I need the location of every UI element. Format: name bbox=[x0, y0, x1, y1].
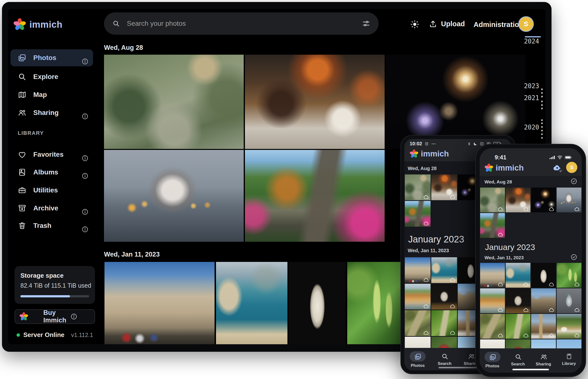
phone-home-indicator[interactable] bbox=[512, 369, 549, 370]
search-icon bbox=[515, 353, 522, 361]
user-avatar[interactable]: S bbox=[518, 16, 534, 32]
cloud-backup-icon bbox=[423, 195, 429, 199]
phone-nav-search[interactable]: Search bbox=[505, 352, 531, 367]
photo-zoo-monkeys[interactable] bbox=[405, 174, 430, 200]
sidebar-item-utilities[interactable]: Utilities bbox=[10, 183, 93, 197]
cloud-backup-icon bbox=[523, 282, 529, 286]
photos-icon bbox=[489, 353, 496, 361]
theme-toggle-sun-icon[interactable] bbox=[410, 20, 419, 29]
photo-marble-bust-2[interactable] bbox=[506, 288, 530, 313]
timeline-year-2023[interactable]: 2023 bbox=[520, 82, 539, 90]
info-icon[interactable] bbox=[81, 208, 89, 216]
info-icon[interactable] bbox=[81, 113, 89, 120]
photo-lizard-moss[interactable] bbox=[431, 310, 457, 336]
photo-autumn-dinner-table[interactable] bbox=[506, 188, 530, 212]
cloud-backup-icon bbox=[450, 331, 456, 335]
photo-marble-bust[interactable] bbox=[289, 262, 346, 344]
photo-holding-hands[interactable] bbox=[557, 188, 581, 212]
archive-icon bbox=[18, 204, 27, 213]
photo-autumn-dinner-table[interactable] bbox=[245, 55, 385, 149]
photo-holding-hands[interactable] bbox=[104, 150, 244, 242]
photo-fireworks[interactable] bbox=[386, 55, 525, 149]
sidebar-item-archive[interactable]: Archive bbox=[10, 201, 93, 215]
sidebar-item-favorites[interactable]: Favorites bbox=[10, 147, 93, 161]
upload-button[interactable]: Upload bbox=[429, 20, 465, 28]
buy-immich-label: Buy Immich bbox=[43, 309, 66, 324]
photo-fortress-walls[interactable] bbox=[405, 257, 430, 283]
phone-nav-library[interactable]: Library bbox=[556, 352, 582, 366]
tablet-nav-search[interactable]: Search bbox=[431, 351, 458, 366]
photo-silver-ornament[interactable] bbox=[557, 288, 581, 313]
phone-select-all-aug[interactable] bbox=[571, 178, 577, 185]
photo-autumn-dinner-table[interactable] bbox=[431, 174, 457, 200]
phone-header: 9:41 bbox=[480, 148, 582, 176]
search-icon bbox=[18, 72, 27, 81]
upload-icon bbox=[429, 20, 437, 28]
online-status-dot bbox=[16, 333, 20, 337]
sidebar-item-explore[interactable]: Explore bbox=[10, 70, 93, 84]
photo-marble-bust[interactable] bbox=[531, 263, 556, 288]
photo-lizard-moss[interactable] bbox=[506, 314, 530, 339]
search-input[interactable] bbox=[126, 19, 356, 28]
info-icon[interactable] bbox=[81, 155, 89, 162]
phone-nav-sharing[interactable]: Sharing bbox=[531, 352, 556, 367]
administration-link[interactable]: Administration bbox=[474, 21, 523, 29]
photo-beach-cliff[interactable] bbox=[405, 284, 430, 310]
search-bar[interactable] bbox=[104, 12, 379, 35]
buy-immich-button[interactable]: Buy Immich bbox=[15, 309, 95, 324]
phone-select-all-jan[interactable] bbox=[571, 254, 577, 260]
storage-progressbar bbox=[20, 295, 89, 297]
photo-autumn-park-path[interactable] bbox=[405, 201, 430, 227]
cloud-backup-icon bbox=[498, 333, 503, 337]
photo-zoo-monkeys[interactable] bbox=[104, 55, 244, 149]
photo-lizard-rocks[interactable] bbox=[480, 314, 505, 339]
cellular-icon bbox=[550, 155, 555, 160]
photo-fireworks[interactable] bbox=[531, 188, 556, 212]
photo-farm-house[interactable] bbox=[557, 314, 581, 339]
sidebar-item-trash[interactable]: Trash bbox=[10, 219, 93, 233]
photo-town-tower[interactable] bbox=[531, 314, 556, 339]
info-icon[interactable] bbox=[81, 172, 89, 180]
photo-fortress-walls[interactable] bbox=[480, 263, 505, 288]
timeline-year-2024[interactable]: 2024 bbox=[520, 38, 539, 45]
photo-castle-ruins[interactable] bbox=[531, 288, 556, 313]
tablet-date-aug28: Wed, Aug 28 bbox=[408, 166, 437, 171]
photo-green-berries[interactable] bbox=[347, 262, 402, 344]
photo-lizard-rocks[interactable] bbox=[405, 310, 430, 336]
cloud-backup-icon bbox=[574, 207, 580, 211]
photo-zoo-monkeys[interactable] bbox=[480, 188, 505, 212]
cloud-backup-icon bbox=[423, 304, 429, 308]
library-icon bbox=[566, 353, 572, 360]
phone-user-avatar[interactable]: S bbox=[566, 162, 577, 173]
photos-icon bbox=[414, 353, 422, 360]
timeline-year-2021[interactable]: 2021 bbox=[520, 94, 539, 102]
photo-marble-bust-2[interactable] bbox=[431, 284, 457, 310]
search-filter-icon[interactable] bbox=[362, 19, 370, 28]
toolbox-icon bbox=[18, 186, 27, 195]
sharing-people-icon bbox=[468, 353, 475, 360]
cloud-backup-icon bbox=[450, 304, 456, 308]
timeline-position-marker[interactable] bbox=[525, 36, 541, 37]
timeline-year-2020[interactable]: 2020 bbox=[520, 124, 539, 131]
photo-green-berries[interactable] bbox=[557, 263, 581, 288]
tablet-home-indicator[interactable] bbox=[439, 367, 477, 368]
info-icon[interactable] bbox=[81, 58, 89, 65]
photo-beach-cliff[interactable] bbox=[480, 288, 505, 313]
photo-fortress-walls[interactable] bbox=[104, 262, 215, 344]
phone-nav-photos[interactable]: Photos bbox=[480, 352, 505, 369]
app-logo[interactable]: immich bbox=[13, 18, 63, 31]
photo-coastal-town[interactable] bbox=[216, 262, 287, 344]
photo-autumn-park-path[interactable] bbox=[480, 213, 505, 238]
info-icon[interactable] bbox=[70, 313, 78, 320]
sidebar-item-map[interactable]: Map bbox=[10, 88, 93, 102]
tablet-nav-photos[interactable]: Photos bbox=[404, 351, 431, 368]
tablet-month-header: January 2023 bbox=[408, 234, 464, 245]
photo-autumn-park-path[interactable] bbox=[245, 150, 385, 242]
photo-coastal-town[interactable] bbox=[506, 263, 530, 288]
photo-coastal-town[interactable] bbox=[431, 257, 457, 283]
sidebar-item-photos[interactable]: Photos bbox=[10, 49, 93, 66]
sidebar-item-sharing[interactable]: Sharing bbox=[10, 106, 93, 120]
cloud-sync-button[interactable] bbox=[553, 164, 562, 172]
sidebar-item-albums[interactable]: Albums bbox=[10, 165, 93, 179]
info-icon[interactable] bbox=[81, 226, 89, 233]
